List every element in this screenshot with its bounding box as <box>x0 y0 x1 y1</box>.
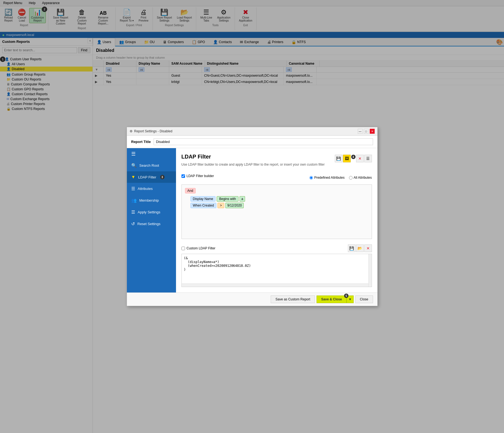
attributes-icon: ☰ <box>131 186 135 191</box>
ldap-builder-label: LDAP Filter builder <box>187 174 214 178</box>
report-title-row: Report Title <box>127 136 377 148</box>
nav-search-root-label: Search Root <box>139 163 159 168</box>
modal-title: ⚙ Report Settings - Disabled <box>130 129 172 133</box>
custom-ldap-content: (& (displayName=a*) (whenCreated>=202009… <box>182 254 372 287</box>
custom-ldap-header: Custom LDAP Filter 💾 📂 ✕ <box>181 244 372 252</box>
custom-ldap-line2: (displayName=a*) <box>184 260 369 264</box>
list-filter-button[interactable]: ☰ <box>364 155 372 162</box>
save-close-split-btn: 5 Save & Close ▼ <box>317 295 354 303</box>
save-filter-button[interactable]: 💾 <box>335 155 342 162</box>
all-attrs-radio[interactable] <box>349 176 353 180</box>
ldap-section-title: LDAP Filter <box>181 154 325 160</box>
nav-ldap-label: LDAP Filter <box>138 175 156 179</box>
custom-ldap-label: Custom LDAP Filter <box>187 246 216 250</box>
apply-settings-icon: ☰ <box>131 210 135 215</box>
nav-reset-label: Reset Settings <box>138 222 161 226</box>
nav-search-root[interactable]: 🔍 Search Root <box>127 160 176 171</box>
modal-close-button[interactable]: ✕ <box>370 129 375 134</box>
custom-ldap-checkbox[interactable] <box>181 247 185 250</box>
condition2-operator[interactable]: > <box>217 203 224 208</box>
num-label-4: 4 <box>351 155 356 159</box>
settings-body: ☰ 🔍 Search Root ▼ LDAP Filter 3 ☰ Attrib… <box>127 148 377 292</box>
custom-ldap-line4: ) <box>184 268 369 271</box>
condition1-field[interactable]: Display Name <box>190 196 216 202</box>
modal-overlay: ⚙ Report Settings - Disabled — □ ✕ Repor… <box>0 0 504 433</box>
custom-ldap-line1: (& <box>184 256 369 260</box>
filter-condition-1: Display Name Begins with a <box>190 196 368 202</box>
search-root-icon: 🔍 <box>131 163 137 168</box>
ldap-description: Use LDAP filter builder to create and ap… <box>181 163 325 166</box>
custom-ldap-scrollbar-area: (& (displayName=a*) (whenCreated>=202009… <box>181 254 372 287</box>
reset-settings-icon: ↺ <box>131 221 135 226</box>
and-tag: And <box>185 188 368 195</box>
custom-ldap-section: Custom LDAP Filter 💾 📂 ✕ (& (displayName… <box>181 244 372 287</box>
custom-clear-button[interactable]: ✕ <box>364 244 372 252</box>
filter-builder-area: And Display Name Begins with a When Crea… <box>181 184 372 239</box>
modal-footer: Save as Custom Report 5 Save & Close ▼ C… <box>127 292 377 306</box>
report-title-input[interactable] <box>154 138 373 145</box>
num-label-3: 3 <box>160 175 165 179</box>
settings-content: LDAP Filter Use LDAP filter builder to c… <box>176 148 377 292</box>
ldap-checkbox-row: LDAP Filter builder <box>181 174 214 178</box>
settings-nav: ☰ 🔍 Search Root ▼ LDAP Filter 3 ☰ Attrib… <box>127 148 176 292</box>
ldap-filter-icon: ▼ <box>131 175 136 180</box>
nav-membership[interactable]: 👥 Membership <box>127 195 176 206</box>
modal-maximize-button[interactable]: □ <box>364 129 369 134</box>
condition1-value[interactable]: a <box>240 196 245 202</box>
ldap-main-toolbar: 💾 🖼 4 ✕ ☰ <box>335 155 372 162</box>
modal-controls: — □ ✕ <box>358 129 375 134</box>
report-title-label: Report Title <box>131 140 151 144</box>
ldap-filter-builder-checkbox[interactable] <box>181 174 185 178</box>
vertical-scrollbar[interactable] <box>368 254 372 287</box>
modal-titlebar: ⚙ Report Settings - Disabled — □ ✕ <box>127 127 377 136</box>
nav-attributes[interactable]: ☰ Attributes <box>127 183 176 195</box>
modal-minimize-button[interactable]: — <box>358 129 363 134</box>
condition2-value[interactable]: 9/12/2020 <box>225 203 244 208</box>
all-attrs-label: All Attributes <box>354 176 372 180</box>
save-as-custom-button[interactable]: Save as Custom Report <box>271 295 315 303</box>
clear-filter-button[interactable]: ✕ <box>356 155 364 162</box>
ldap-radio-group: Predefined Attributes All Attributes <box>309 176 372 180</box>
hamburger-icon[interactable]: ☰ <box>127 148 176 160</box>
num-label-5: 5 <box>344 294 348 298</box>
nav-membership-label: Membership <box>139 198 159 202</box>
nav-ldap-filter[interactable]: ▼ LDAP Filter 3 <box>127 171 176 183</box>
custom-ldap-toolbar: 💾 📂 ✕ <box>348 244 372 252</box>
save-close-main-button[interactable]: 5 Save & Close <box>317 295 347 303</box>
image-filter-button[interactable]: 🖼 <box>343 155 351 162</box>
nav-attributes-label: Attributes <box>138 187 153 191</box>
nav-reset-settings[interactable]: ↺ Reset Settings <box>127 218 176 230</box>
horizontal-scrollbar[interactable] <box>182 283 368 287</box>
report-settings-modal: ⚙ Report Settings - Disabled — □ ✕ Repor… <box>127 127 378 306</box>
nav-apply-label: Apply Settings <box>138 210 160 214</box>
condition1-operator[interactable]: Begins with <box>217 196 238 202</box>
predefined-label: Predefined Attributes <box>314 176 344 180</box>
and-label: And <box>185 188 196 193</box>
custom-load-button[interactable]: 📂 <box>356 244 364 252</box>
custom-save-button[interactable]: 💾 <box>348 244 356 252</box>
close-modal-button[interactable]: Close <box>355 295 373 303</box>
nav-apply-settings[interactable]: ☰ Apply Settings <box>127 206 176 218</box>
membership-icon: 👥 <box>131 198 137 203</box>
all-radio-option[interactable]: All Attributes <box>349 176 372 180</box>
custom-ldap-line3: (whenCreated>=20200912064818.0Z) <box>184 264 369 268</box>
settings-title-icon: ⚙ <box>130 129 133 133</box>
predefined-radio-option[interactable]: Predefined Attributes <box>309 176 344 180</box>
save-close-label: Save & Close <box>321 297 342 301</box>
filter-condition-2: When Created > 9/12/2020 <box>190 203 368 208</box>
predefined-radio[interactable] <box>309 176 313 180</box>
condition2-field[interactable]: When Created <box>190 203 216 208</box>
modal-title-text: Report Settings - Disabled <box>134 129 172 133</box>
